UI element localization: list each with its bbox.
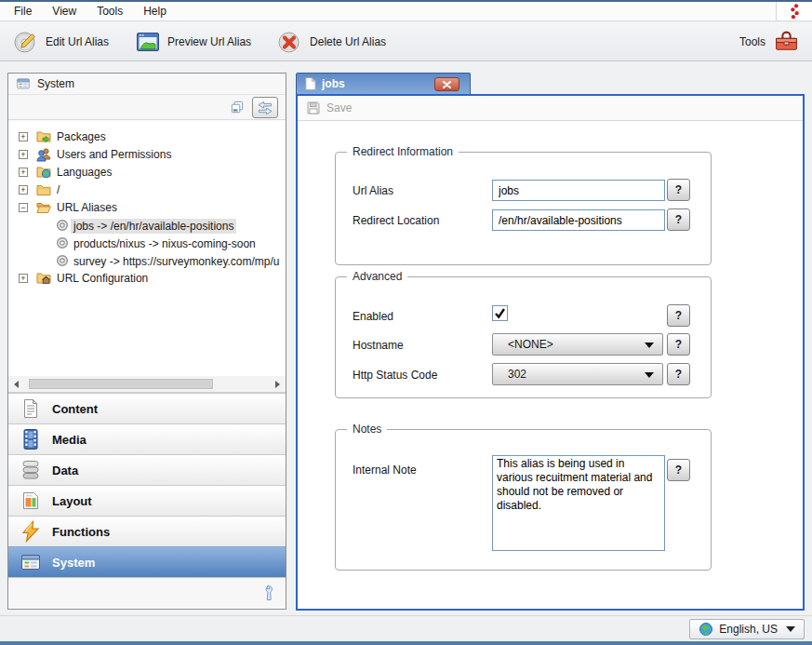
accordion-item-content[interactable]: Content [8,393,286,423]
tree-item-packages[interactable]: + Packages [8,128,286,146]
menu-bar: File View Tools Help [0,2,812,21]
chevron-down-icon [645,372,654,378]
tab-jobs[interactable]: jobs [296,73,471,94]
enabled-label: Enabled [353,310,393,323]
enabled-help-button[interactable]: ? [667,304,690,327]
packages-folder-icon [36,129,51,144]
preview-url-alias-button[interactable]: Preview Url Alias [135,29,251,55]
hostname-select[interactable]: <NONE> [492,333,663,356]
tree-item-languages[interactable]: + Languages [8,164,286,181]
checkmark-icon [493,306,507,320]
tools-button[interactable]: Tools [739,29,799,54]
document-icon [304,76,316,91]
app-logo [776,2,812,20]
panel-header: System [8,74,286,95]
internal-note-field[interactable]: This alias is being used in various recu… [492,455,665,551]
http-status-code-select[interactable]: 302 [492,363,663,385]
notes-group: Notes Internal Note This alias is being … [335,429,712,571]
panel-title: System [37,77,74,90]
enabled-checkbox[interactable] [492,305,508,321]
accordion-label: Data [52,464,78,477]
tree-toolbar [8,95,286,120]
panel-footer [8,577,286,609]
sync-arrows-icon [256,101,274,115]
internal-note-label: Internal Note [353,464,417,477]
accordion-item-media[interactable]: Media [8,423,286,454]
url-alias-help-button[interactable]: ? [667,179,690,201]
expand-icon[interactable]: + [19,150,28,159]
scrollbar-thumb[interactable] [29,379,213,389]
redirect-location-field[interactable] [492,209,665,231]
save-label: Save [326,101,352,114]
group-legend: Notes [347,423,387,436]
tree-item-url-aliases[interactable]: − URL Aliases [8,199,286,217]
tree-item-alias-survey[interactable]: survey -> https://surveymonkey.com/mp/u [8,252,286,270]
accordion-item-functions[interactable]: Functions [8,516,286,546]
expand-icon[interactable]: + [19,185,28,195]
collapse-all-button[interactable] [226,98,246,117]
navigation-panel: System + Packages + [7,73,286,610]
tab-label: jobs [322,77,345,90]
tree-item-label: survey -> https://surveymonkey.com/mp/u [71,254,283,269]
menu-view[interactable]: View [42,2,87,20]
accordion-item-data[interactable]: Data [8,454,286,485]
chevron-down-icon [645,343,654,348]
collapse-icon[interactable]: − [19,203,28,212]
accordion-label: Functions [52,525,110,539]
tree-item-label: URL Configuration [57,272,148,285]
folder-icon [36,182,51,197]
tree-item-alias-jobs[interactable]: jobs -> /en/hr/available-positions [8,217,286,235]
tree-item-url-configuration[interactable]: + URL Configuration [8,270,286,288]
media-filmstrip-icon [20,428,42,450]
functions-lightning-icon [20,520,42,543]
window-bottom-border [0,641,812,645]
link-view-button[interactable] [252,97,278,118]
developer-tools-button[interactable] [261,585,276,601]
scroll-right-arrow[interactable] [275,381,280,388]
layout-icon [20,490,42,512]
editor-panel: jobs Save Redirect Information U [296,73,805,611]
group-legend: Redirect Information [347,145,459,158]
hostname-value: <NONE> [508,338,553,351]
accordion-item-system[interactable]: System [8,546,286,577]
redirect-information-group: Redirect Information Url Alias ? Redirec… [335,152,712,265]
url-alias-field[interactable] [492,180,665,201]
collapse-all-icon [229,100,245,115]
perspective-accordion: Content Media Data Layout [8,393,286,577]
hostname-help-button[interactable]: ? [667,333,690,356]
menu-tools[interactable]: Tools [87,2,133,20]
menu-file[interactable]: File [4,2,42,20]
accordion-item-layout[interactable]: Layout [8,485,286,516]
expand-icon[interactable]: + [19,168,28,177]
expand-icon[interactable]: + [19,274,28,283]
http-status-code-help-button[interactable]: ? [667,363,690,385]
group-legend: Advanced [347,270,407,283]
alias-form: Redirect Information Url Alias ? Redirec… [298,122,803,609]
expand-icon[interactable]: + [19,132,28,141]
system-window-icon [16,76,31,91]
editor-content: Save Redirect Information Url Alias ? Re… [296,94,805,611]
internal-note-help-button[interactable]: ? [667,459,690,481]
edit-url-alias-button[interactable]: Edit Url Alias [13,29,109,55]
redirect-location-help-button[interactable]: ? [667,208,690,231]
tree-item-users-permissions[interactable]: + Users and Permissions [8,146,286,164]
close-icon [442,81,452,88]
globe-icon [699,622,713,637]
data-database-icon [20,459,42,481]
language-selector[interactable]: English, US [689,619,805,639]
scroll-left-arrow[interactable] [14,381,19,388]
chevron-down-icon [786,626,795,632]
save-button[interactable]: Save [306,101,352,115]
horizontal-scrollbar[interactable] [8,376,286,393]
delete-url-alias-button[interactable]: Delete Url Alias [277,29,386,55]
tab-close-button[interactable] [434,77,459,91]
http-status-code-value: 302 [508,368,526,381]
menu-help[interactable]: Help [133,2,177,20]
tree-item-alias-products-nixus[interactable]: products/nixus -> nixus-coming-soon [8,235,286,252]
tree-item-root[interactable]: + / [8,181,286,199]
editor-toolbar: Save [298,96,803,121]
wrench-icon [261,585,276,601]
hostname-label: Hostname [353,339,404,352]
preview-url-alias-label: Preview Url Alias [167,35,251,48]
advanced-group: Advanced Enabled ? Hostname <NONE> ? Htt… [335,276,712,398]
